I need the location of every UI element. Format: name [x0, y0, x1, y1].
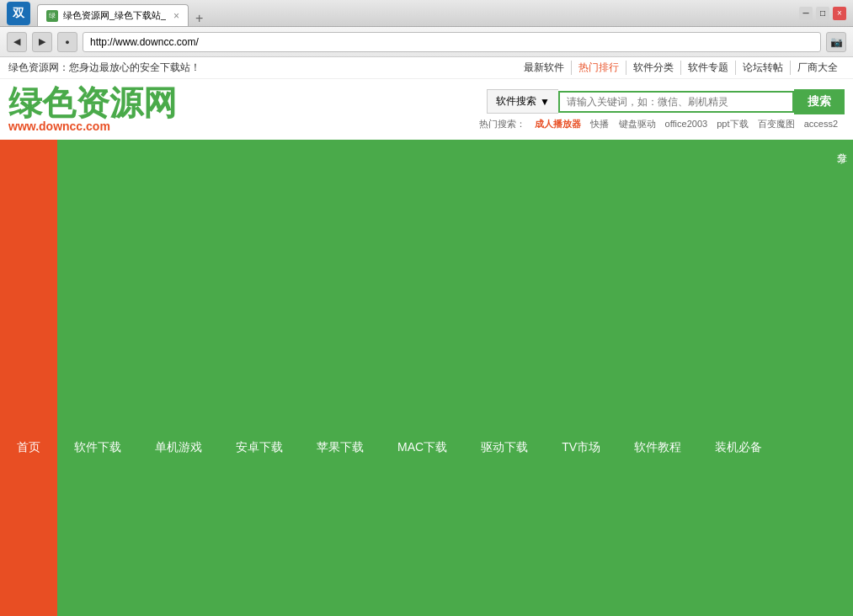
search-input[interactable] — [558, 91, 794, 113]
hot-item-5[interactable]: 百变魔图 — [758, 119, 795, 129]
nav-essential[interactable]: 装机必备 — [698, 140, 779, 616]
hot-search: 热门搜索： 成人播放器 快播 键盘驱动 office2003 ppt下载 百变魔… — [479, 118, 845, 130]
site-description: 绿色资源网：您身边最放心的安全下载站！ — [8, 61, 200, 75]
search-bar: 软件搜索 ▼ 搜索 — [487, 89, 845, 114]
logo-subtitle: www.downcc.com — [8, 119, 177, 133]
hot-item-6[interactable]: access2 — [804, 119, 838, 129]
back-btn[interactable]: ◀ — [7, 32, 27, 52]
nav-apple[interactable]: 苹果下载 — [300, 140, 381, 616]
browser-tab-active[interactable]: 绿 绿色资源网_绿色下载站_ × — [37, 4, 189, 26]
nav-link-vendor[interactable]: 厂商大全 — [791, 61, 845, 75]
minimize-btn[interactable]: ─ — [799, 7, 813, 20]
hot-item-3[interactable]: office2003 — [665, 119, 708, 129]
page-content: 绿色资源网：您身边最放心的安全下载站！ 最新软件 热门排行 软件分类 软件专题 … — [0, 57, 853, 616]
logo-section: 绿色资源网 www.downcc.com — [8, 86, 177, 133]
nav-home[interactable]: 首页 — [0, 140, 57, 616]
browser-tabs: 绿 绿色资源网_绿色下载站_ × + — [37, 0, 799, 26]
tab-favicon: 绿 — [46, 10, 58, 22]
browser-logo: 双 — [7, 2, 30, 25]
site-header: 绿色资源网 www.downcc.com 软件搜索 ▼ 搜索 热门搜索： 成人播… — [0, 79, 853, 140]
forward-btn[interactable]: ▶ — [32, 32, 52, 52]
stop-btn[interactable]: ● — [57, 32, 77, 52]
camera-btn[interactable]: 📷 — [826, 32, 846, 52]
nav-mac[interactable]: MAC下载 — [381, 140, 464, 616]
top-bar: 绿色资源网：您身边最放心的安全下载站！ 最新软件 热门排行 软件分类 软件专题 … — [0, 57, 853, 79]
nav-driver[interactable]: 驱动下载 — [464, 140, 545, 616]
nav-link-hot[interactable]: 热门排行 — [572, 61, 626, 75]
nav-games[interactable]: 单机游戏 — [138, 140, 219, 616]
hot-search-label: 热门搜索： — [479, 119, 525, 129]
top-bar-links: 最新软件 热门排行 软件分类 软件专题 论坛转帖 厂商大全 — [517, 61, 845, 75]
new-tab-btn[interactable]: + — [189, 11, 210, 26]
nav-android[interactable]: 安卓下载 — [219, 140, 300, 616]
tab-label: 绿色资源网_绿色下载站_ — [63, 9, 166, 22]
hot-item-1[interactable]: 快播 — [590, 119, 609, 129]
search-type-btn[interactable]: 软件搜索 ▼ — [487, 89, 558, 114]
search-btn[interactable]: 搜索 — [794, 89, 845, 114]
nav-link-latest[interactable]: 最新软件 — [517, 61, 572, 75]
search-type-label: 软件搜索 — [496, 94, 536, 109]
search-section: 软件搜索 ▼ 搜索 热门搜索： 成人播放器 快播 键盘驱动 office2003… — [479, 89, 845, 130]
nav-tv[interactable]: TV市场 — [545, 140, 617, 616]
nav-link-forum[interactable]: 论坛转帖 — [736, 61, 791, 75]
browser-toolbar: ◀ ▶ ● 📷 — [0, 27, 853, 57]
main-nav: 首页 软件下载 单机游戏 安卓下载 苹果下载 MAC下载 驱动下载 TV市场 软… — [0, 140, 853, 616]
address-bar[interactable] — [83, 32, 821, 52]
share-btn[interactable]: 分享 — [830, 140, 853, 616]
hot-item-2[interactable]: 键盘驱动 — [619, 119, 656, 129]
maximize-btn[interactable]: □ — [816, 7, 829, 20]
close-btn[interactable]: × — [833, 7, 846, 20]
nav-tutorial[interactable]: 软件教程 — [617, 140, 698, 616]
window-controls: ─ □ × — [799, 7, 846, 20]
search-type-chevron: ▼ — [540, 96, 550, 108]
nav-link-category[interactable]: 软件分类 — [626, 61, 681, 75]
nav-software[interactable]: 软件下载 — [57, 140, 138, 616]
tab-close-btn[interactable]: × — [173, 10, 179, 22]
logo-title: 绿色资源网 — [8, 86, 177, 119]
browser-titlebar: 双 绿 绿色资源网_绿色下载站_ × + ─ □ × — [0, 0, 853, 27]
nav-link-special[interactable]: 软件专题 — [681, 61, 736, 75]
hot-item-0[interactable]: 成人播放器 — [535, 119, 581, 129]
hot-item-4[interactable]: ppt下载 — [717, 119, 748, 129]
